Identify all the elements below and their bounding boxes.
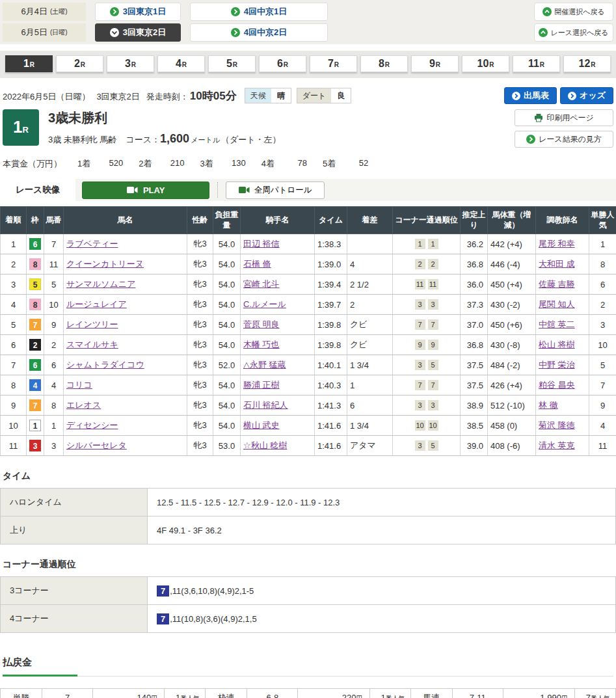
meeting-link-button[interactable]: 3回東京1日 <box>95 3 181 21</box>
body-weight: 484 (-2) <box>488 355 536 375</box>
jockey-link[interactable]: 田辺 裕信 <box>243 239 280 248</box>
trainer-link[interactable]: 菊沢 隆徳 <box>539 420 575 430</box>
race-tab-2r[interactable]: 2R <box>56 55 103 72</box>
race-tab-6r[interactable]: 6R <box>259 55 306 72</box>
meeting-link-button[interactable]: 4回中京1日 <box>190 3 328 21</box>
frame-cell: 6 <box>27 355 44 375</box>
race-tab-7r[interactable]: 7R <box>310 55 357 72</box>
race-tab-10r[interactable]: 10R <box>462 55 509 72</box>
horse-link[interactable]: シルバーセレタ <box>66 440 127 450</box>
jockey-link[interactable]: 石橋 脩 <box>243 259 271 269</box>
trainer-link[interactable]: 佐藤 吉勝 <box>539 279 575 289</box>
horse-link[interactable]: エレオス <box>66 400 101 410</box>
frame-badge: 7 <box>29 399 41 411</box>
trainer-link[interactable]: 尾形 和幸 <box>539 239 575 248</box>
win-popularity: 5 <box>589 355 616 375</box>
printer-icon <box>534 113 543 122</box>
jockey-link[interactable]: 木幡 巧也 <box>243 340 280 349</box>
horse-link[interactable]: ルージュレイア <box>66 299 127 309</box>
trainer-cell: 林 徹 <box>536 396 589 416</box>
result-row: 978エレオス牝354.0石川 裕紀人1:41.363338.9512 (-10… <box>1 396 616 416</box>
corner-positions: 35 <box>393 355 461 375</box>
jockey-link[interactable]: ☆秋山 稔樹 <box>243 440 287 450</box>
race-tab-12r[interactable]: 12R <box>563 55 611 72</box>
date-label: 6月5日(日曜) <box>3 23 86 42</box>
patrol-video-button[interactable]: 全周パトロール <box>226 181 325 199</box>
race-tab-4r[interactable]: 4R <box>157 55 205 72</box>
prize-place: 3着 <box>200 158 213 170</box>
print-page-button[interactable]: 印刷用ページ <box>515 109 613 126</box>
horse-link[interactable]: レインツリー <box>66 319 118 329</box>
play-video-button[interactable]: PLAY <box>82 181 209 199</box>
corner-position: 7 <box>428 319 438 330</box>
jockey-link[interactable]: 宮崎 北斗 <box>243 279 280 289</box>
trainer-link[interactable]: 中野 栄治 <box>539 360 575 369</box>
meeting-link-button[interactable]: 4回中京2日 <box>190 23 328 42</box>
trainer-link[interactable]: 清水 英克 <box>539 440 575 450</box>
finish-time: 1:39.8 <box>315 335 347 355</box>
corner-positions: 11 <box>393 234 461 254</box>
horse-number: 4 <box>44 375 64 396</box>
date-text: 6月5日 <box>21 27 47 38</box>
jockey-link[interactable]: 勝浦 正樹 <box>243 380 280 390</box>
corner-order-text: ,11(10,8)(3,6)(4,9)2,1,5 <box>170 614 256 624</box>
payout-amount: 140円 <box>93 689 165 698</box>
race-tab-5r[interactable]: 5R <box>208 55 256 72</box>
corner-position: 11 <box>415 279 425 289</box>
trainer-cell: 清水 英克 <box>536 436 589 456</box>
result-guide-label: レース結果の見方 <box>539 134 602 145</box>
race-tab-3r[interactable]: 3R <box>107 55 154 72</box>
back-to-kaisai-select-button[interactable]: 開催選択へ戻る <box>534 3 613 21</box>
jockey-link[interactable]: 石川 裕紀人 <box>243 400 288 410</box>
margin: 2 1/2 <box>347 275 393 295</box>
finish-position: 4 <box>1 295 27 315</box>
odds-button[interactable]: オッズ <box>560 87 613 104</box>
horse-link[interactable]: クイーンカトリーヌ <box>66 259 144 269</box>
meeting-name: 3回東京2日 <box>96 91 139 103</box>
corner-position: 9 <box>428 340 438 350</box>
entry-table-button[interactable]: 出馬表 <box>504 87 557 104</box>
popularity-unit: 番人気 <box>591 695 610 698</box>
win-popularity: 6 <box>589 275 616 295</box>
body-weight: 430 (-8) <box>488 335 536 355</box>
chevron-right-circle-icon <box>110 7 119 16</box>
finish-position: 9 <box>1 396 27 416</box>
back-to-race-select-button[interactable]: レース選択へ戻る <box>534 23 613 42</box>
jockey-link[interactable]: 横山 武史 <box>243 420 280 430</box>
carried-weight: 54.0 <box>213 416 241 436</box>
trainer-link[interactable]: 林 徹 <box>539 400 558 410</box>
tab-suffix: R <box>591 61 595 68</box>
race-tab-9r[interactable]: 9R <box>411 55 459 72</box>
horse-link[interactable]: シャムトラダイコウ <box>66 360 144 369</box>
last-3f: 36.8 <box>461 254 488 275</box>
tab-number: 7 <box>328 58 334 70</box>
jockey-link[interactable]: △永野 猛蔵 <box>243 360 286 369</box>
prize-money-row: 本賞金（万円） 1着5202着2103着1304着785着52 <box>3 158 613 170</box>
jockey-cell: 石橋 脩 <box>241 254 315 275</box>
race-tab-11r[interactable]: 11R <box>513 55 560 72</box>
horse-link[interactable]: サンマルソムニア <box>66 279 135 289</box>
trainer-link[interactable]: 粕谷 昌央 <box>539 380 575 390</box>
trainer-link[interactable]: 中舘 英二 <box>539 319 575 329</box>
trainer-link[interactable]: 尾関 知人 <box>539 299 575 309</box>
trainer-link[interactable]: 大和田 成 <box>539 259 575 269</box>
result-row: 167ラブベティー牝354.0田辺 裕信1:38.31136.2442 (+4)… <box>1 234 616 254</box>
race-tab-8r[interactable]: 8R <box>360 55 408 72</box>
horse-link[interactable]: コリコ <box>66 380 92 390</box>
horse-link[interactable]: ディセンシー <box>66 420 118 430</box>
race-tab-1r[interactable]: 1R <box>5 55 53 72</box>
result-guide-button[interactable]: レース結果の見方 <box>515 131 613 148</box>
jockey-link[interactable]: C.ルメール <box>243 299 286 309</box>
body-weight: 430 (-2) <box>488 295 536 315</box>
corner-position: 7 <box>415 319 425 330</box>
course-unit: メートル <box>191 135 220 145</box>
trainer-link[interactable]: 松山 将樹 <box>539 340 575 349</box>
horse-name-cell: ディセンシー <box>64 416 187 436</box>
column-header: コーナー通過順位 <box>393 207 461 234</box>
horse-link[interactable]: スマイルサキ <box>66 340 118 349</box>
meeting-link-button[interactable]: 3回東京2日 <box>95 23 181 42</box>
corner-leader: 7 <box>157 585 169 597</box>
jockey-link[interactable]: 菅原 明良 <box>243 319 280 329</box>
prize-amount: 78 <box>285 158 307 170</box>
horse-link[interactable]: ラブベティー <box>66 239 118 248</box>
